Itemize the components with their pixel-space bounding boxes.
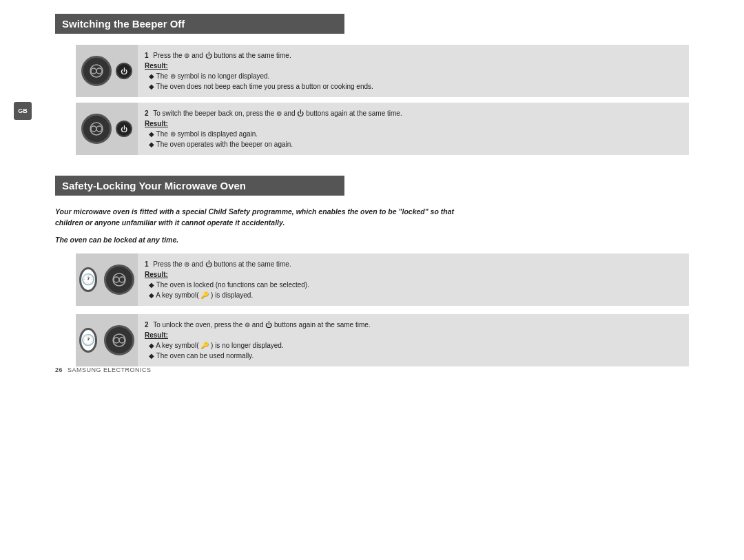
svg-point-1 bbox=[91, 68, 96, 74]
beeper-section: Switching the Beeper Off GB ⏻ bbox=[55, 14, 689, 155]
section-title-safety: Safety-Locking Your Microwave Oven bbox=[55, 176, 344, 196]
safety-step1-text: 1 Press the ⊚ and ⏻ buttons at the same … bbox=[138, 253, 689, 306]
beeper-step2-icon: ⏻ bbox=[76, 103, 138, 155]
svg-point-7 bbox=[114, 277, 119, 282]
beeper-step1-text: 1 Press the ⊚ and ⏻ buttons at the same … bbox=[138, 45, 689, 97]
bullet-4: ◆ The oven operates with the beeper on a… bbox=[145, 139, 682, 149]
safety-step2-text: 2 To unlock the oven, press the ⊚ and ⏻ … bbox=[138, 314, 689, 366]
bullet-3: ◆ The ⊚ symbol is displayed again. bbox=[145, 129, 682, 139]
power-icon-2: ⏻ bbox=[116, 121, 132, 137]
page-content: Switching the Beeper Off GB ⏻ bbox=[0, 0, 744, 386]
safety-step1: 🕐 1 Press the ⊚ and ⏻ buttons at the sam… bbox=[76, 253, 689, 306]
safety-step1-icon: 🕐 bbox=[76, 253, 138, 306]
knob-icon-2 bbox=[81, 114, 112, 144]
beeper-step1-icon: ⏻ bbox=[76, 45, 138, 97]
safety-step2-icon: 🕐 bbox=[76, 314, 138, 366]
beeper-step2: ⏻ 2 To switch the beeper back on, press … bbox=[76, 103, 689, 155]
safety-section: Safety-Locking Your Microwave Oven Your … bbox=[55, 176, 689, 366]
safety-knob-1 bbox=[104, 265, 134, 295]
safety-step-num-2: 2 bbox=[145, 321, 149, 329]
result-label-2: Result: bbox=[145, 120, 168, 127]
svg-point-4 bbox=[91, 126, 96, 132]
section-title-beeper: Switching the Beeper Off bbox=[55, 14, 344, 34]
step-num-2: 2 bbox=[145, 110, 149, 117]
svg-point-5 bbox=[96, 126, 102, 132]
safety-bullet-1: ◆ The oven is locked (no functions can b… bbox=[145, 280, 682, 290]
step-num: 1 bbox=[145, 52, 149, 59]
safety-result-1: Result: bbox=[145, 271, 168, 278]
clock-icon-2: 🕐 bbox=[79, 328, 97, 353]
bullet-1: ◆ The ⊚ symbol is no longer displayed. bbox=[145, 71, 682, 81]
lock-time: The oven can be locked at any time. bbox=[55, 236, 689, 244]
brand-name: Samsung Electronics bbox=[68, 366, 152, 373]
safety-bullet-3: ◆ A key symbol( 🔑 ) is no longer display… bbox=[145, 340, 682, 351]
bullet-2: ◆ The oven does not beep each time you p… bbox=[145, 81, 682, 92]
power-icon-1: ⏻ bbox=[116, 63, 132, 79]
gb-badge: GB bbox=[14, 102, 32, 120]
safety-bullet-2: ◆ A key symbol( 🔑 ) is displayed. bbox=[145, 290, 682, 300]
safety-step2: 🕐 2 To unlock the oven, press the ⊚ and … bbox=[76, 314, 689, 366]
svg-point-2 bbox=[96, 68, 102, 74]
page-number: 26 bbox=[55, 366, 63, 373]
beeper-step1: ⏻ 1 Press the ⊚ and ⏻ buttons at the sam… bbox=[76, 45, 689, 97]
safety-result-2: Result: bbox=[145, 331, 168, 339]
knob-icon-1 bbox=[81, 56, 112, 86]
safety-step-num-1: 1 bbox=[145, 260, 149, 268]
safety-bullet-4: ◆ The oven can be used normally. bbox=[145, 351, 682, 361]
svg-point-11 bbox=[119, 338, 125, 343]
page-footer: 26 Samsung Electronics bbox=[55, 366, 152, 373]
safety-intro: Your microwave oven is fitted with a spe… bbox=[55, 207, 468, 229]
safety-knob-2 bbox=[104, 325, 134, 355]
result-label: Result: bbox=[145, 62, 168, 70]
svg-point-10 bbox=[114, 338, 119, 343]
svg-point-8 bbox=[119, 277, 125, 282]
beeper-step2-text: 2 To switch the beeper back on, press th… bbox=[138, 103, 689, 155]
clock-icon-1: 🕐 bbox=[79, 267, 97, 292]
